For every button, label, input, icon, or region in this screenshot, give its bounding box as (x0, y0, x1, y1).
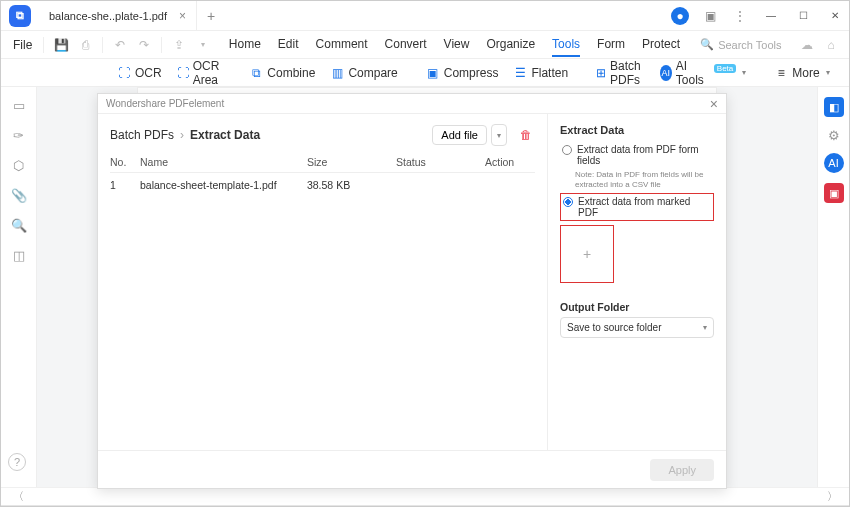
option-form-fields[interactable]: Extract data from PDF form fields (560, 142, 714, 168)
cell-action (485, 179, 535, 191)
output-folder-value: Save to source folder (567, 322, 662, 333)
breadcrumb: Batch PDFs › Extract Data (110, 128, 260, 142)
tab-form[interactable]: Form (597, 33, 625, 57)
tool-ocr[interactable]: ⛶OCR (111, 66, 168, 80)
sliders-icon[interactable]: ⚙ (826, 127, 842, 143)
tab-view[interactable]: View (444, 33, 470, 57)
tab-convert[interactable]: Convert (385, 33, 427, 57)
col-status: Status (396, 156, 485, 168)
col-size: Size (307, 156, 396, 168)
kebab-menu-icon[interactable]: ⋮ (731, 7, 749, 25)
add-file-dropdown[interactable]: ▾ (491, 124, 507, 146)
tab-comment[interactable]: Comment (316, 33, 368, 57)
title-bar: ⧉ balance-she..plate-1.pdf × + ● ▣ ⋮ — ☐… (1, 1, 849, 31)
redo-icon[interactable]: ↷ (135, 36, 153, 54)
tool-combine[interactable]: ⧉Combine (243, 66, 321, 80)
tab-edit[interactable]: Edit (278, 33, 299, 57)
document-tab[interactable]: balance-she..plate-1.pdf × (39, 1, 197, 30)
modal-left-panel: Batch PDFs › Extract Data Add file ▾ 🗑 N… (98, 114, 548, 450)
cell-name: balance-sheet-template-1.pdf (140, 179, 307, 191)
close-window-button[interactable]: ✕ (821, 1, 849, 31)
modal-brand: Wondershare PDFelement (106, 98, 224, 109)
close-tab-icon[interactable]: × (179, 9, 186, 23)
user-avatar-icon[interactable]: ● (671, 7, 689, 25)
save-icon[interactable]: 💾 (52, 36, 70, 54)
help-icon[interactable]: ? (8, 453, 26, 471)
tab-tools[interactable]: Tools (552, 33, 580, 57)
modal-right-panel: Extract Data Extract data from PDF form … (548, 114, 726, 450)
minimize-button[interactable]: — (757, 1, 785, 31)
compare-icon: ▥ (330, 66, 344, 80)
tab-organize[interactable]: Organize (486, 33, 535, 57)
radio-checked-icon (563, 197, 573, 207)
window-layout-icon[interactable]: ▣ (701, 7, 719, 25)
layers-icon[interactable]: ◫ (11, 247, 27, 263)
home-icon[interactable]: ⌂ (822, 36, 840, 54)
chevron-down-icon[interactable]: ▾ (194, 36, 212, 54)
main-menu-tabs: Home Edit Comment Convert View Organize … (229, 33, 680, 57)
search-panel-icon[interactable]: 🔍 (11, 217, 27, 233)
bookmarks-icon[interactable]: ✑ (11, 127, 27, 143)
output-folder-label: Output Folder (560, 301, 714, 313)
pdf-icon[interactable]: ▣ (824, 183, 844, 203)
cloud-icon[interactable]: ☁ (798, 36, 816, 54)
search-placeholder: Search Tools (718, 39, 781, 51)
app-logo-icon: ⧉ (9, 5, 31, 27)
tool-batch-pdfs[interactable]: ⊞Batch PDFs (590, 59, 651, 87)
col-name: Name (140, 156, 307, 168)
table-row[interactable]: 1 balance-sheet-template-1.pdf 38.58 KB (110, 173, 535, 197)
breadcrumb-root[interactable]: Batch PDFs (110, 128, 174, 142)
ai-chat-icon[interactable]: AI (824, 153, 844, 173)
prev-page-arrow[interactable]: 〈 (11, 489, 25, 504)
file-table-header: No. Name Size Status Action (110, 156, 535, 173)
chevron-down-icon: ▾ (703, 323, 707, 332)
option-form-fields-note: Note: Data in PDF from fields will be ex… (575, 170, 714, 189)
option-marked-pdf-label: Extract data from marked PDF (578, 196, 711, 218)
shield-icon[interactable]: ⬡ (11, 157, 27, 173)
tab-home[interactable]: Home (229, 33, 261, 57)
next-page-arrow[interactable]: 〉 (825, 489, 839, 504)
ai-icon: AI (660, 65, 672, 81)
beta-badge: Beta (714, 64, 736, 73)
tab-title: balance-she..plate-1.pdf (49, 10, 167, 22)
tool-compress[interactable]: ▣Compress (420, 66, 505, 80)
ocr-area-icon: ⛶ (177, 66, 189, 80)
cell-size: 38.58 KB (307, 179, 396, 191)
search-tools[interactable]: 🔍 Search Tools (700, 38, 781, 51)
breadcrumb-sep-icon: › (180, 128, 184, 142)
add-file-button[interactable]: Add file (432, 125, 487, 145)
delete-button[interactable]: 🗑 (517, 124, 535, 146)
tools-toolbar: ⛶OCR ⛶OCR Area ⧉Combine ▥Compare ▣Compre… (1, 59, 849, 87)
apply-button[interactable]: Apply (650, 459, 714, 481)
add-region-box[interactable]: + (560, 225, 614, 283)
more-icon: ≡ (774, 66, 788, 80)
option-marked-pdf[interactable]: Extract data from marked PDF (560, 193, 714, 221)
panel-toggle-icon[interactable]: ◧ (824, 97, 844, 117)
maximize-button[interactable]: ☐ (789, 1, 817, 31)
share-icon[interactable]: ⇪ (170, 36, 188, 54)
modal-footer: Apply (98, 450, 726, 488)
menu-bar: File 💾 ⎙ ↶ ↷ ⇪ ▾ Home Edit Comment Conve… (1, 31, 849, 59)
file-menu[interactable]: File (7, 38, 38, 52)
option-form-fields-label: Extract data from PDF form fields (577, 144, 712, 166)
tool-flatten[interactable]: ☰Flatten (507, 66, 574, 80)
left-rail: ▭ ✑ ⬡ 📎 🔍 ◫ (1, 87, 37, 487)
tab-protect[interactable]: Protect (642, 33, 680, 57)
cell-no: 1 (110, 179, 140, 191)
print-icon[interactable]: ⎙ (76, 36, 94, 54)
tool-ocr-area[interactable]: ⛶OCR Area (171, 59, 228, 87)
undo-icon[interactable]: ↶ (111, 36, 129, 54)
page-nav-row: 〈 〉 (1, 487, 849, 505)
tool-compare[interactable]: ▥Compare (324, 66, 403, 80)
extract-section-title: Extract Data (560, 124, 714, 136)
new-tab-button[interactable]: + (197, 8, 225, 24)
modal-close-button[interactable]: × (710, 96, 718, 112)
tool-ai-tools[interactable]: AIAI ToolsBeta▾ (654, 59, 752, 87)
attachments-icon[interactable]: 📎 (11, 187, 27, 203)
col-action: Action (485, 156, 535, 168)
combine-icon: ⧉ (249, 66, 263, 80)
tool-more[interactable]: ≡More▾ (768, 66, 835, 80)
right-rail: ◧ ⚙ AI ▣ (817, 87, 849, 487)
output-folder-select[interactable]: Save to source folder ▾ (560, 317, 714, 338)
thumbnails-icon[interactable]: ▭ (11, 97, 27, 113)
